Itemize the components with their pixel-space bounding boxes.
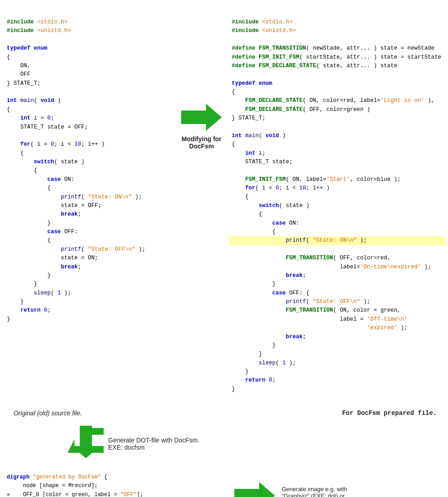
right-panel-label: For DocFsm prepared file. bbox=[342, 410, 439, 417]
right-code: #include <stdio.h> #include <unistd.h> #… bbox=[232, 18, 443, 394]
page: #include <stdio.h> #include <unistd.h> t… bbox=[0, 0, 448, 497]
right-arrow-icon2 bbox=[234, 482, 275, 497]
svg-marker-3 bbox=[234, 482, 275, 497]
generate-text: Generate DOT-file with DocFsm. EXE: docf… bbox=[108, 437, 199, 451]
dot-panel: digraph "generated by DocFsm" { node [sh… bbox=[0, 469, 230, 497]
diagram-arrow-row: Generate image e.g. with "Graphviz" (EXE… bbox=[230, 469, 446, 497]
arrow-center: Modifying for DocFsm bbox=[177, 14, 226, 150]
down-left-arrow-icon2 bbox=[68, 426, 104, 462]
left-code-panel: #include <stdio.h> #include <unistd.h> t… bbox=[0, 14, 176, 328]
middle-section: Generate DOT-file with DocFsm. EXE: docf… bbox=[0, 419, 448, 464]
bottom-section: digraph "generated by DocFsm" { node [sh… bbox=[0, 464, 448, 497]
arrow-label: Modifying for DocFsm bbox=[177, 135, 226, 150]
right-arrow-icon bbox=[181, 104, 222, 131]
left-panel-label: Original (old) source file. bbox=[9, 410, 82, 417]
left-code: #include <stdio.h> #include <unistd.h> t… bbox=[7, 18, 171, 324]
svg-marker-2 bbox=[72, 426, 100, 458]
svg-marker-0 bbox=[181, 104, 222, 131]
dot-code: digraph "generated by DocFsm" { node [sh… bbox=[7, 473, 225, 497]
label-row: Original (old) source file. For DocFsm p… bbox=[0, 403, 448, 419]
diagram-text: Generate image e.g. with "Graphviz" (EXE… bbox=[282, 486, 363, 497]
diagram-right: Generate image e.g. with "Graphviz" (EXE… bbox=[230, 469, 446, 497]
right-code-panel: #include <stdio.h> #include <unistd.h> #… bbox=[227, 14, 448, 398]
top-section: #include <stdio.h> #include <unistd.h> t… bbox=[0, 9, 448, 403]
